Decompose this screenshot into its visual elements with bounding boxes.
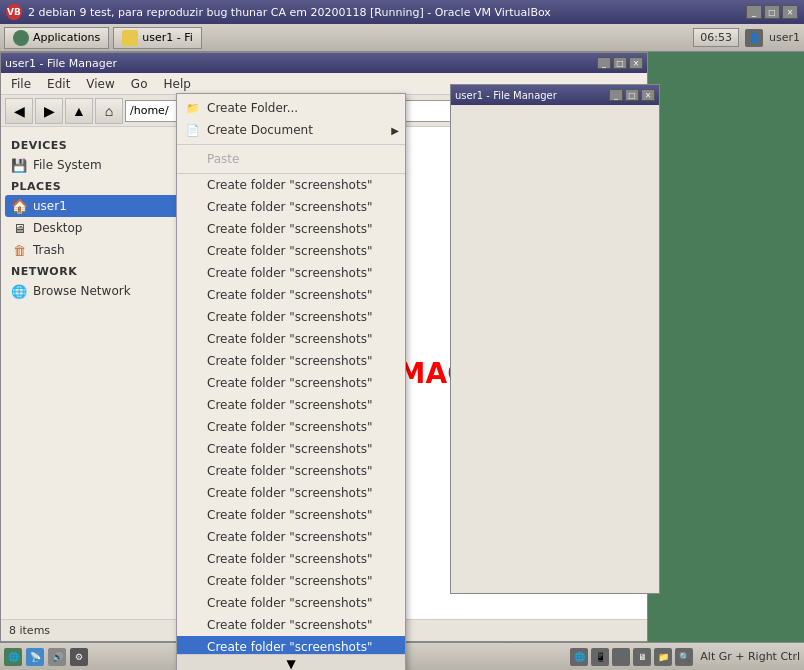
titlebar-left: VB 2 debian 9 test, para reproduzir bug … bbox=[6, 4, 551, 20]
taskbar-right: 06:53 👤 user1 bbox=[693, 28, 800, 47]
context-paste[interactable]: Paste bbox=[177, 148, 405, 170]
back-button[interactable]: ◀ bbox=[5, 98, 33, 124]
create-folder-item-3[interactable]: Create folder "screenshots" bbox=[177, 240, 405, 262]
create-folder-item-5[interactable]: Create folder "screenshots" bbox=[177, 284, 405, 306]
create-folder-item-9[interactable]: Create folder "screenshots" bbox=[177, 372, 405, 394]
vbox-icon: VB bbox=[6, 4, 22, 20]
paste-label: Paste bbox=[207, 152, 239, 166]
alt-gr-label: Alt Gr + Right Ctrl bbox=[700, 650, 800, 663]
menu-view[interactable]: View bbox=[80, 75, 120, 93]
bottom-magnify-icon: 🔍 bbox=[675, 648, 693, 666]
create-folder-item-17[interactable]: Create folder "screenshots" bbox=[177, 548, 405, 570]
sidebar: DEVICES 💾 File System PLACES 🏠 user1 🖥 D… bbox=[1, 127, 186, 619]
create-folder-item-2[interactable]: Create folder "screenshots" bbox=[177, 218, 405, 240]
create-folder-item-4[interactable]: Create folder "screenshots" bbox=[177, 262, 405, 284]
fm-minimize-btn[interactable]: _ bbox=[597, 57, 611, 69]
second-window-titlebar: user1 - File Manager _ □ × bbox=[451, 85, 659, 105]
second-minimize-btn[interactable]: _ bbox=[609, 89, 623, 101]
create-folder-item-11[interactable]: Create folder "screenshots" bbox=[177, 416, 405, 438]
places-section-title: PLACES bbox=[5, 176, 181, 195]
sidebar-item-browse-network[interactable]: 🌐 Browse Network bbox=[5, 280, 181, 302]
home-icon: 🏠 bbox=[11, 198, 27, 214]
applications-label: Applications bbox=[33, 31, 100, 44]
create-folder-item-15[interactable]: Create folder "screenshots" bbox=[177, 504, 405, 526]
sidebar-trash-label: Trash bbox=[33, 243, 65, 257]
location-path: /home/ bbox=[130, 104, 169, 117]
second-restore-btn[interactable]: □ bbox=[625, 89, 639, 101]
home-button[interactable]: ⌂ bbox=[95, 98, 123, 124]
network-section-title: NETWORK bbox=[5, 261, 181, 280]
sidebar-item-filesystem[interactable]: 💾 File System bbox=[5, 154, 181, 176]
create-folder-item-0[interactable]: Create folder "screenshots" bbox=[177, 174, 405, 196]
menu-edit[interactable]: Edit bbox=[41, 75, 76, 93]
fm-titlebar: user1 - File Manager _ □ × bbox=[1, 53, 647, 73]
titlebar-buttons: _ □ × bbox=[746, 5, 798, 19]
submenu-arrow: ▶ bbox=[391, 125, 399, 136]
second-window-buttons: _ □ × bbox=[609, 89, 655, 101]
create-folder-icon: 📁 bbox=[185, 100, 201, 116]
sidebar-item-trash[interactable]: 🗑 Trash bbox=[5, 239, 181, 261]
menu-go[interactable]: Go bbox=[125, 75, 154, 93]
context-create-document[interactable]: 📄 Create Document ▶ bbox=[177, 119, 405, 141]
create-document-label: Create Document bbox=[207, 123, 313, 137]
network-icon: 🌐 bbox=[11, 283, 27, 299]
context-menu-scroll-down[interactable]: ▼ bbox=[177, 654, 405, 670]
create-folder-item-19[interactable]: Create folder "screenshots" bbox=[177, 592, 405, 614]
bottom-usb-icon: 📱 bbox=[591, 648, 609, 666]
context-menu-items-list: Create folder "screenshots" Create folde… bbox=[177, 174, 405, 654]
create-folder-item-10[interactable]: Create folder "screenshots" bbox=[177, 394, 405, 416]
user-label: user1 bbox=[769, 31, 800, 44]
create-folder-item-1[interactable]: Create folder "screenshots" bbox=[177, 196, 405, 218]
bottom-tray: 🌐 📱 🎵 🖥 📁 🔍 Alt Gr + Right Ctrl bbox=[570, 648, 800, 666]
devices-section-title: DEVICES bbox=[5, 135, 181, 154]
fm-close-btn[interactable]: × bbox=[629, 57, 643, 69]
context-menu: 📁 Create Folder... 📄 Create Document ▶ P… bbox=[176, 93, 406, 670]
vbox-icon-label: VB bbox=[7, 7, 21, 17]
context-menu-section-paste: Paste bbox=[177, 145, 405, 174]
create-folder-label: Create Folder... bbox=[207, 101, 298, 115]
trash-icon: 🗑 bbox=[11, 242, 27, 258]
context-create-folder[interactable]: 📁 Create Folder... bbox=[177, 97, 405, 119]
bottom-tray-icon1: 🌐 bbox=[4, 648, 22, 666]
create-folder-item-12[interactable]: Create folder "screenshots" bbox=[177, 438, 405, 460]
sidebar-item-desktop[interactable]: 🖥 Desktop bbox=[5, 217, 181, 239]
create-folder-item-7[interactable]: Create folder "screenshots" bbox=[177, 328, 405, 350]
create-folder-item-20[interactable]: Create folder "screenshots" bbox=[177, 614, 405, 636]
create-folder-item-16[interactable]: Create folder "screenshots" bbox=[177, 526, 405, 548]
create-folder-item-14[interactable]: Create folder "screenshots" bbox=[177, 482, 405, 504]
menu-file[interactable]: File bbox=[5, 75, 37, 93]
fm-restore-btn[interactable]: □ bbox=[613, 57, 627, 69]
bottom-network-icon: 🌐 bbox=[570, 648, 588, 666]
forward-button[interactable]: ▶ bbox=[35, 98, 63, 124]
up-button[interactable]: ▲ bbox=[65, 98, 93, 124]
context-menu-section-create: 📁 Create Folder... 📄 Create Document ▶ bbox=[177, 94, 405, 145]
bottom-screen-icon: 🖥 bbox=[633, 648, 651, 666]
create-folder-item-13[interactable]: Create folder "screenshots" bbox=[177, 460, 405, 482]
close-button[interactable]: × bbox=[782, 5, 798, 19]
menu-help[interactable]: Help bbox=[157, 75, 196, 93]
create-folder-item-highlighted[interactable]: Create folder "screenshots" bbox=[177, 636, 405, 654]
bottom-tray-icon4: ⚙ bbox=[70, 648, 88, 666]
create-folder-item-18[interactable]: Create folder "screenshots" bbox=[177, 570, 405, 592]
applications-icon bbox=[13, 30, 29, 46]
fm-title: user1 - File Manager bbox=[5, 57, 117, 70]
second-window-title: user1 - File Manager bbox=[455, 90, 557, 101]
user-icon: 👤 bbox=[745, 29, 763, 47]
create-folder-item-6[interactable]: Create folder "screenshots" bbox=[177, 306, 405, 328]
create-document-icon: 📄 bbox=[185, 122, 201, 138]
file-manager-icon bbox=[122, 30, 138, 46]
bottom-audio-icon: 🎵 bbox=[612, 648, 630, 666]
minimize-button[interactable]: _ bbox=[746, 5, 762, 19]
sidebar-item-user1[interactable]: 🏠 user1 bbox=[5, 195, 181, 217]
sidebar-desktop-label: Desktop bbox=[33, 221, 83, 235]
user-file-manager-button[interactable]: user1 - Fi bbox=[113, 27, 202, 49]
bottom-tray-icon3: 🔊 bbox=[48, 648, 66, 666]
create-folder-item-8[interactable]: Create folder "screenshots" bbox=[177, 350, 405, 372]
restore-button[interactable]: □ bbox=[764, 5, 780, 19]
hdd-icon: 💾 bbox=[11, 157, 27, 173]
sidebar-browse-network-label: Browse Network bbox=[33, 284, 131, 298]
second-window-content bbox=[451, 105, 659, 593]
second-close-btn[interactable]: × bbox=[641, 89, 655, 101]
applications-button[interactable]: Applications bbox=[4, 27, 109, 49]
main-titlebar: VB 2 debian 9 test, para reproduzir bug … bbox=[0, 0, 804, 24]
